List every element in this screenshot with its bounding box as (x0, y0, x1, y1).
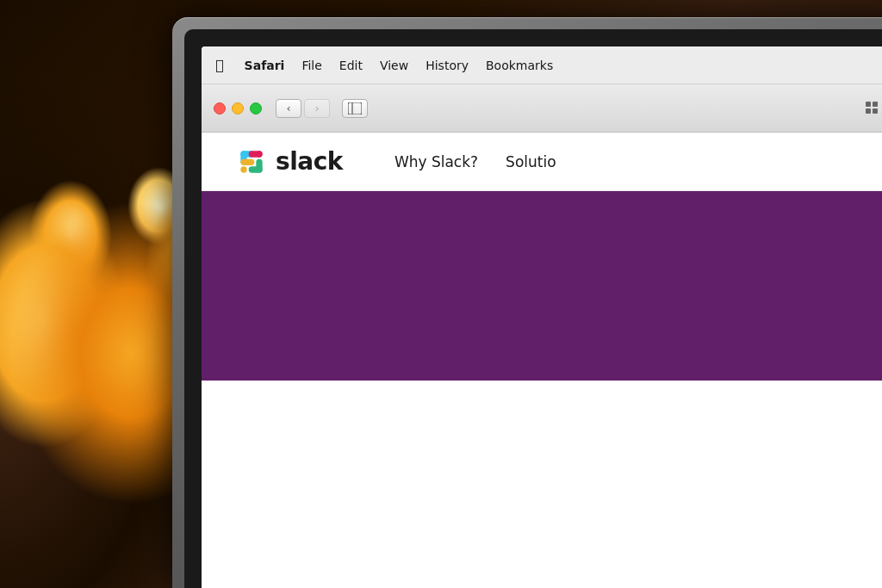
menubar-edit[interactable]: Edit (339, 59, 363, 72)
slack-navbar: slack Why Slack? Solutio (202, 133, 882, 191)
menubar-view[interactable]: View (380, 59, 408, 72)
menubar-safari[interactable]: Safari (245, 59, 285, 72)
svg-rect-9 (249, 166, 263, 172)
browser-toolbar: ‹ › (202, 84, 882, 133)
close-button[interactable] (214, 102, 226, 115)
macos-menubar:  Safari File Edit View History Bookmark… (202, 46, 882, 84)
fullscreen-button[interactable] (250, 102, 262, 115)
slack-hero-section (202, 191, 882, 381)
svg-rect-3 (873, 102, 878, 107)
screen-bezel:  Safari File Edit View History Bookmark… (184, 29, 882, 588)
navigation-buttons: ‹ › (276, 99, 330, 118)
minimize-button[interactable] (232, 102, 244, 115)
menubar-bookmarks[interactable]: Bookmarks (486, 59, 553, 72)
slack-nav-why-slack[interactable]: Why Slack? (394, 153, 478, 170)
svg-rect-5 (873, 108, 878, 114)
apple-menu-icon[interactable]:  (215, 57, 224, 73)
slack-logo-icon (236, 146, 267, 177)
svg-rect-11 (240, 158, 254, 164)
browser-content: slack Why Slack? Solutio (202, 133, 882, 588)
slack-nav-items: Why Slack? Solutio (394, 153, 556, 170)
window-controls (214, 102, 262, 115)
slack-logo[interactable]: slack (236, 146, 343, 177)
back-button[interactable]: ‹ (276, 99, 301, 118)
svg-rect-4 (866, 108, 871, 114)
screen:  Safari File Edit View History Bookmark… (202, 46, 882, 588)
slack-wordmark: slack (276, 147, 343, 176)
grid-icon (866, 102, 879, 115)
svg-rect-13 (249, 151, 263, 157)
sidebar-toggle-button[interactable] (342, 99, 368, 118)
laptop-body:  Safari File Edit View History Bookmark… (172, 17, 882, 588)
slack-nav-solutions[interactable]: Solutio (506, 153, 556, 170)
menubar-file[interactable]: File (301, 59, 321, 72)
svg-rect-10 (240, 166, 246, 172)
svg-rect-2 (866, 102, 871, 107)
menubar-history[interactable]: History (425, 59, 469, 72)
svg-rect-0 (348, 102, 362, 115)
tabs-button[interactable] (861, 99, 882, 118)
sidebar-icon (348, 102, 362, 115)
scene:  Safari File Edit View History Bookmark… (0, 0, 882, 588)
forward-button[interactable]: › (304, 99, 330, 118)
